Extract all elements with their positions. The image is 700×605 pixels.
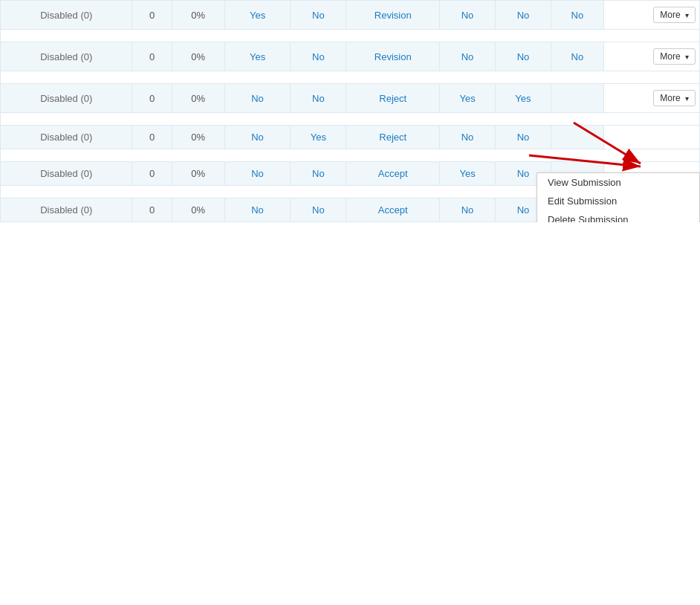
table-cell: 0 [132, 162, 172, 186]
table-cell: No [440, 198, 496, 222]
more-button-cell[interactable]: More ▾ [603, 84, 699, 113]
table-row: Disabled (0)00%NoYesRejectNoNo [1, 126, 700, 149]
dropdown-item-edit-submission[interactable]: Edit Submission [537, 192, 699, 210]
dropdown-item-delete-submission[interactable]: Delete Submission [537, 210, 699, 222]
table-cell: 0% [172, 1, 224, 30]
more-button[interactable]: More ▾ [653, 48, 696, 65]
table-cell: 0% [172, 42, 224, 71]
table-cell: Disabled (0) [1, 126, 132, 149]
table-cell: Revision [346, 42, 440, 71]
table-cell: No [224, 162, 291, 186]
table-cell: Reject [346, 126, 440, 149]
table-cell: Disabled (0) [1, 84, 132, 113]
more-button-cell[interactable]: More ▾ [603, 42, 699, 71]
table-cell: Accept [346, 198, 440, 222]
table-cell: 0% [172, 126, 224, 149]
table-cell [551, 84, 603, 113]
table-cell: No [291, 198, 346, 222]
table-cell: Revision [346, 1, 440, 30]
dropdown-arrow-icon: ▾ [685, 11, 689, 19]
table-cell: 0 [132, 84, 172, 113]
more-button[interactable]: More ▾ [653, 90, 696, 106]
table-cell: 0 [132, 1, 172, 30]
table-cell: No [291, 162, 346, 186]
more-dropdown-menu: View SubmissionEdit SubmissionDelete Sub… [537, 172, 700, 222]
dropdown-arrow-icon: ▾ [685, 53, 689, 61]
table-cell: Yes [440, 84, 496, 113]
more-button[interactable]: More ▾ [653, 7, 696, 23]
table-cell: 0 [132, 42, 172, 71]
table-cell: Disabled (0) [1, 162, 132, 186]
table-cell: No [291, 84, 346, 113]
table-cell: No [291, 1, 346, 30]
table-row: Disabled (0)00%YesNoRevisionNoNoNo More … [1, 1, 700, 30]
table-cell: No [496, 1, 551, 30]
table-cell: No [291, 42, 346, 71]
table-cell: No [224, 84, 291, 113]
table-cell: 0 [132, 198, 172, 222]
table-cell: No [496, 126, 551, 149]
table-cell: Disabled (0) [1, 42, 132, 71]
table-cell: No [224, 126, 291, 149]
table-row: Disabled (0)00%YesNoRevisionNoNoNo More … [1, 42, 700, 71]
table-cell: Yes [224, 42, 291, 71]
dropdown-arrow-icon: ▾ [685, 94, 689, 103]
table-cell: No [496, 42, 551, 71]
table-cell: Yes [440, 162, 496, 186]
table-cell: Reject [346, 84, 440, 113]
table-cell: Yes [496, 84, 551, 113]
table-cell [551, 126, 603, 149]
table-cell: No [551, 1, 603, 30]
table-cell: No [551, 42, 603, 71]
table-cell: No [440, 1, 496, 30]
table-row: Disabled (0)00%NoNoRejectYesYes More ▾ [1, 84, 700, 113]
table-cell: Yes [224, 1, 291, 30]
table-cell: Accept [346, 162, 440, 186]
table-cell: 0 [132, 126, 172, 149]
table-cell: 0% [172, 198, 224, 222]
table-cell: 0% [172, 162, 224, 186]
table-cell: No [440, 126, 496, 149]
more-button-cell[interactable]: More ▾ [603, 1, 699, 30]
table-cell: No [224, 198, 291, 222]
more-button-cell-empty [603, 126, 699, 149]
table-cell: Disabled (0) [1, 1, 132, 30]
table-cell: Yes [291, 126, 346, 149]
table-cell: No [440, 42, 496, 71]
table-cell: Disabled (0) [1, 198, 132, 222]
table-cell: 0% [172, 84, 224, 113]
dropdown-item-view-submission[interactable]: View Submission [537, 173, 699, 192]
